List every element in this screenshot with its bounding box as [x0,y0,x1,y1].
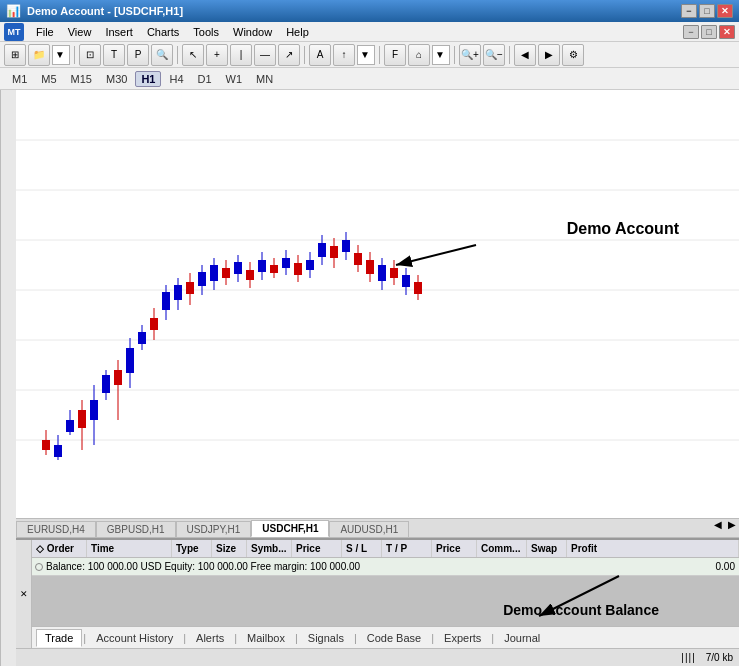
tab-signals[interactable]: Signals [299,629,353,647]
col-size: Size [212,540,247,557]
svg-rect-22 [126,348,134,373]
tf-mn[interactable]: MN [250,71,279,87]
period-button[interactable]: P [127,44,149,66]
chart-tab-audusd[interactable]: AUDUSD,H1 [329,521,409,537]
tab-account-history[interactable]: Account History [87,629,182,647]
svg-rect-40 [234,262,242,274]
row-indicator [35,563,43,571]
toolbar-sep-3 [304,46,305,64]
tab-next-arrow[interactable]: ▶ [725,519,739,537]
svg-line-71 [396,245,476,265]
toolbar-sep-4 [379,46,380,64]
svg-rect-38 [222,268,230,278]
inner-minimize-button[interactable]: − [683,25,699,39]
close-button[interactable]: ✕ [717,4,733,18]
fibo-dropdown[interactable]: ▼ [432,45,450,65]
col-comm: Comm... [477,540,527,557]
chart-prev-button[interactable]: ◀ [514,44,536,66]
demo-account-annotation: Demo Account [567,220,679,238]
right-content: Demo Account EURUSD,H4 GBPUSD,H1 USDJPY,… [16,90,739,666]
tf-w1[interactable]: W1 [220,71,249,87]
status-bar: |||| 7/0 kb [16,648,739,666]
tf-m30[interactable]: M30 [100,71,133,87]
inner-close-button[interactable]: ✕ [719,25,735,39]
tab-mailbox[interactable]: Mailbox [238,629,294,647]
chart-tab-eurusd[interactable]: EURUSD,H4 [16,521,96,537]
timeframe-bar: M1 M5 M15 M30 H1 H4 D1 W1 MN [0,68,739,90]
menu-insert[interactable]: Insert [99,24,139,40]
zoom-in-button[interactable]: 🔍 [151,44,173,66]
col-symbol: Symb... [247,540,292,557]
svg-rect-70 [414,282,422,294]
minimize-button[interactable]: − [681,4,697,18]
svg-rect-56 [330,246,338,258]
svg-rect-42 [246,270,254,280]
menu-file[interactable]: File [30,24,60,40]
menu-view[interactable]: View [62,24,98,40]
balance-arrow-svg [439,556,739,626]
chart-tab-usdchf[interactable]: USDCHF,H1 [251,520,329,537]
menu-window[interactable]: Window [227,24,278,40]
maximize-button[interactable]: □ [699,4,715,18]
svg-rect-58 [342,240,350,252]
fibo-button[interactable]: F [384,44,406,66]
template-button[interactable]: T [103,44,125,66]
title-bar: 📊 Demo Account - [USDCHF,H1] − □ ✕ [0,0,739,22]
svg-rect-64 [378,265,386,281]
svg-rect-52 [306,260,314,270]
tab-alerts[interactable]: Alerts [187,629,233,647]
tf-m1[interactable]: M1 [6,71,33,87]
terminal-content: Demo Account Balance [32,576,739,626]
chart-tab-bar: EURUSD,H4 GBPUSD,H1 USDJPY,H1 USDCHF,H1 … [16,518,739,538]
svg-rect-24 [138,332,146,344]
tf-h4[interactable]: H4 [163,71,189,87]
terminal-close-icon[interactable]: ✕ [20,589,28,599]
zoom-in2-button[interactable]: 🔍+ [459,44,481,66]
col-tp: T / P [382,540,432,557]
main-container: MT File View Insert Charts Tools Window … [0,22,739,666]
tab-trade[interactable]: Trade [36,629,82,647]
open-button[interactable]: 📁 [28,44,50,66]
tab-experts[interactable]: Experts [435,629,490,647]
experts-button[interactable]: ⚙ [562,44,584,66]
inner-maximize-button[interactable]: □ [701,25,717,39]
hline-button[interactable]: — [254,44,276,66]
terminal-main: ◇ Order Time Type Size Symb... Price S /… [32,540,739,648]
svg-rect-44 [258,260,266,272]
bar-icon: |||| [681,652,695,663]
title-bar-buttons: − □ ✕ [681,4,733,18]
menu-tools[interactable]: Tools [187,24,225,40]
col-sl: S / L [342,540,382,557]
tf-h1[interactable]: H1 [135,71,161,87]
text-button[interactable]: A [309,44,331,66]
chart-area[interactable]: Demo Account [16,90,739,518]
arrow-button[interactable]: ↑ [333,44,355,66]
tab-code-base[interactable]: Code Base [358,629,430,647]
zoom-out-button[interactable]: 🔍− [483,44,505,66]
menu-help[interactable]: Help [280,24,315,40]
tf-m15[interactable]: M15 [65,71,98,87]
line-button[interactable]: | [230,44,252,66]
col-price: Price [292,540,342,557]
arrow-dropdown[interactable]: ▼ [357,45,375,65]
svg-rect-14 [78,410,86,428]
tf-m5[interactable]: M5 [35,71,62,87]
account-dropdown[interactable]: ▼ [52,45,70,65]
tab-prev-arrow[interactable]: ◀ [711,519,725,537]
chart-tab-usdjpy[interactable]: USDJPY,H1 [176,521,252,537]
menu-charts[interactable]: Charts [141,24,185,40]
svg-rect-20 [114,370,122,385]
tab-journal[interactable]: Journal [495,629,549,647]
status-info: 7/0 kb [706,652,733,663]
trend-button[interactable]: ↗ [278,44,300,66]
svg-rect-34 [198,272,206,286]
chart-next-button[interactable]: ▶ [538,44,560,66]
tf-d1[interactable]: D1 [192,71,218,87]
profiles-button[interactable]: ⊡ [79,44,101,66]
toolbar-1: ⊞ 📁 ▼ ⊡ T P 🔍 ↖ + | — ↗ A ↑ ▼ F ⌂ ▼ 🔍+ 🔍… [0,42,739,68]
fibo2-button[interactable]: ⌂ [408,44,430,66]
cursor-button[interactable]: ↖ [182,44,204,66]
crosshair-button[interactable]: + [206,44,228,66]
chart-tab-gbpusd[interactable]: GBPUSD,H1 [96,521,176,537]
new-chart-button[interactable]: ⊞ [4,44,26,66]
